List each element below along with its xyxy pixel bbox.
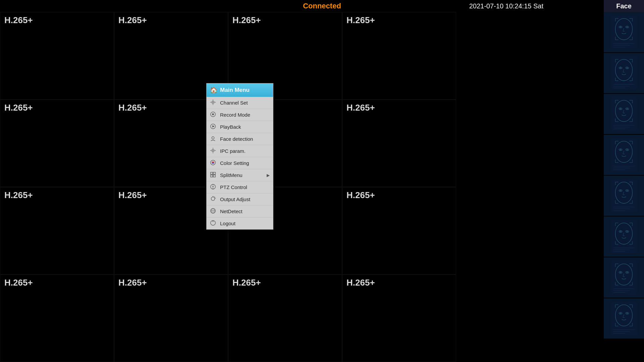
svg-point-146 xyxy=(212,136,214,139)
output-adjust-icon xyxy=(210,196,216,203)
camera-cell: H.265+ xyxy=(114,275,228,362)
menu-item-logout-label: Logout xyxy=(220,221,235,226)
menu-item-ipc-param-label: IPC param. xyxy=(220,148,246,154)
menu-item-record-mode-label: Record Mode xyxy=(220,112,250,118)
svg-rect-34 xyxy=(610,97,638,131)
svg-point-90 xyxy=(627,231,628,232)
camera-label: H.265+ xyxy=(118,103,147,113)
svg-point-56 xyxy=(627,149,628,150)
face-thumbnail[interactable] xyxy=(604,298,644,339)
svg-rect-119 xyxy=(610,302,638,335)
top-bar: Connected 2021-07-10 10:24:15 Sat Face xyxy=(0,0,644,12)
svg-point-22 xyxy=(627,67,628,69)
svg-point-106 xyxy=(620,272,621,273)
svg-rect-157 xyxy=(213,175,215,177)
menu-item-netdetect[interactable]: NetDetect xyxy=(207,205,273,218)
camera-label: H.265+ xyxy=(4,190,33,200)
menu-item-ptz-control-label: PTZ Control xyxy=(220,184,247,190)
camera-label: H.265+ xyxy=(346,15,375,25)
svg-rect-51 xyxy=(610,138,638,172)
submenu-arrow-icon: ▶ xyxy=(267,173,270,178)
camera-label: H.265+ xyxy=(118,278,147,288)
svg-rect-156 xyxy=(211,175,213,177)
channel-set-icon xyxy=(210,99,216,107)
svg-rect-17 xyxy=(610,56,638,90)
camera-cell: H.265+ xyxy=(0,275,114,362)
menu-item-split-menu-label: SplitMenu xyxy=(220,172,243,178)
camera-cell: H.265+ xyxy=(228,275,342,362)
menu-header[interactable]: 🏠 Main Menu xyxy=(207,83,273,97)
menu-item-face-detection[interactable]: Face detection xyxy=(207,133,273,145)
menu-item-output-adjust[interactable]: Output Adjust xyxy=(207,193,273,205)
face-thumbnail[interactable] xyxy=(604,135,644,175)
record-mode-icon xyxy=(210,111,216,119)
camera-cell: H.265+ xyxy=(342,275,456,362)
svg-line-165 xyxy=(215,198,216,198)
camera-cell: H.265+ xyxy=(342,12,456,100)
menu-header-label: Main Menu xyxy=(220,87,250,94)
menu-item-playback[interactable]: PlayBack xyxy=(207,121,273,133)
svg-rect-102 xyxy=(610,261,638,294)
svg-point-38 xyxy=(620,108,621,110)
svg-point-143 xyxy=(212,113,214,115)
camera-cell: H.265+ xyxy=(0,12,114,100)
menu-item-record-mode[interactable]: Record Mode xyxy=(207,109,273,121)
menu-item-channel-set-label: Channel Set xyxy=(220,100,248,106)
face-thumbnail[interactable] xyxy=(604,53,644,93)
camera-label: H.265+ xyxy=(232,278,261,288)
svg-point-124 xyxy=(627,313,628,314)
svg-point-73 xyxy=(627,190,628,191)
svg-rect-68 xyxy=(610,179,638,213)
menu-item-logout[interactable]: Logout xyxy=(207,218,273,229)
face-thumbnail[interactable] xyxy=(604,12,644,52)
camera-cell: H.265+ xyxy=(342,100,456,187)
camera-label: H.265+ xyxy=(232,15,261,25)
color-setting-icon xyxy=(210,160,216,167)
home-icon: 🏠 xyxy=(210,86,217,94)
svg-point-55 xyxy=(620,149,621,150)
svg-marker-145 xyxy=(212,125,214,127)
svg-rect-85 xyxy=(610,220,638,253)
svg-point-137 xyxy=(213,102,214,103)
svg-point-162 xyxy=(211,197,215,200)
svg-rect-154 xyxy=(211,172,213,174)
camera-label: H.265+ xyxy=(118,15,147,25)
camera-label: H.265+ xyxy=(4,103,33,113)
svg-rect-0 xyxy=(610,15,638,49)
connected-status: Connected xyxy=(303,2,341,10)
face-button[interactable]: Face xyxy=(604,0,644,12)
svg-point-89 xyxy=(620,231,621,232)
menu-item-color-setting[interactable]: Color Setting xyxy=(207,157,273,169)
camera-label: H.265+ xyxy=(346,278,375,288)
svg-point-107 xyxy=(627,272,628,273)
face-thumbnail[interactable] xyxy=(604,176,644,216)
svg-point-5 xyxy=(627,26,628,28)
menu-item-face-detection-label: Face detection xyxy=(220,136,253,142)
camera-cell: H.265+ xyxy=(0,100,114,187)
face-thumbnail[interactable] xyxy=(604,257,644,298)
face-thumbnail[interactable] xyxy=(604,94,644,134)
menu-item-channel-set[interactable]: Channel Set xyxy=(207,97,273,109)
ptz-control-icon xyxy=(210,184,216,191)
menu-item-color-setting-label: Color Setting xyxy=(220,160,249,166)
face-detection-icon xyxy=(210,135,216,143)
camera-label: H.265+ xyxy=(118,190,147,200)
svg-point-4 xyxy=(620,26,621,28)
main-menu: 🏠 Main Menu Channel SetRecord ModePlayBa… xyxy=(206,83,273,230)
ipc-param-icon xyxy=(210,147,216,155)
menu-item-playback-label: PlayBack xyxy=(220,124,241,130)
svg-line-164 xyxy=(214,196,215,197)
logout-icon xyxy=(210,220,216,227)
camera-label: H.265+ xyxy=(4,15,33,25)
menu-item-split-menu[interactable]: SplitMenu▶ xyxy=(207,169,273,181)
camera-label: H.265+ xyxy=(4,278,33,288)
datetime-display: 2021-07-10 10:24:15 Sat xyxy=(469,2,543,10)
svg-rect-155 xyxy=(213,172,215,174)
menu-item-ptz-control[interactable]: PTZ Control xyxy=(207,181,273,193)
menu-item-ipc-param[interactable]: IPC param. xyxy=(207,145,273,157)
netdetect-icon xyxy=(210,208,216,215)
playback-icon xyxy=(210,123,216,131)
svg-point-39 xyxy=(627,108,628,110)
face-thumbnail[interactable] xyxy=(604,217,644,257)
camera-label: H.265+ xyxy=(346,190,375,200)
